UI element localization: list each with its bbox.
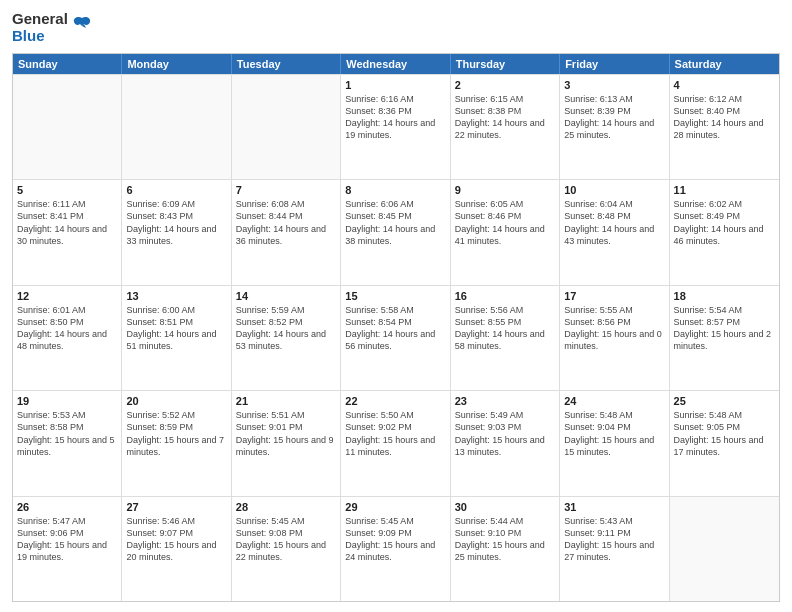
day-info: Sunrise: 5:51 AM Sunset: 9:01 PM Dayligh… <box>236 409 336 458</box>
day-info: Sunrise: 6:01 AM Sunset: 8:50 PM Dayligh… <box>17 304 117 353</box>
day-number: 3 <box>564 78 664 92</box>
day-number: 4 <box>674 78 775 92</box>
logo-general: General <box>12 10 68 27</box>
day-number: 31 <box>564 500 664 514</box>
logo-blue: Blue <box>12 27 68 44</box>
calendar: Sunday Monday Tuesday Wednesday Thursday… <box>12 53 780 603</box>
calendar-cell-5-3: 28Sunrise: 5:45 AM Sunset: 9:08 PM Dayli… <box>232 497 341 602</box>
calendar-cell-2-7: 11Sunrise: 6:02 AM Sunset: 8:49 PM Dayli… <box>670 180 779 285</box>
calendar-week-3: 12Sunrise: 6:01 AM Sunset: 8:50 PM Dayli… <box>13 285 779 391</box>
day-number: 30 <box>455 500 555 514</box>
calendar-body: 1Sunrise: 6:16 AM Sunset: 8:36 PM Daylig… <box>13 74 779 602</box>
calendar-week-1: 1Sunrise: 6:16 AM Sunset: 8:36 PM Daylig… <box>13 74 779 180</box>
day-number: 27 <box>126 500 226 514</box>
day-info: Sunrise: 5:55 AM Sunset: 8:56 PM Dayligh… <box>564 304 664 353</box>
calendar-cell-1-3 <box>232 75 341 180</box>
calendar-week-5: 26Sunrise: 5:47 AM Sunset: 9:06 PM Dayli… <box>13 496 779 602</box>
day-info: Sunrise: 5:46 AM Sunset: 9:07 PM Dayligh… <box>126 515 226 564</box>
header-wednesday: Wednesday <box>341 54 450 74</box>
day-number: 1 <box>345 78 445 92</box>
day-number: 16 <box>455 289 555 303</box>
calendar-cell-4-3: 21Sunrise: 5:51 AM Sunset: 9:01 PM Dayli… <box>232 391 341 496</box>
day-info: Sunrise: 5:44 AM Sunset: 9:10 PM Dayligh… <box>455 515 555 564</box>
header: General Blue <box>12 10 780 45</box>
logo: General Blue <box>12 10 93 45</box>
calendar-cell-5-1: 26Sunrise: 5:47 AM Sunset: 9:06 PM Dayli… <box>13 497 122 602</box>
calendar-cell-3-7: 18Sunrise: 5:54 AM Sunset: 8:57 PM Dayli… <box>670 286 779 391</box>
calendar-cell-1-4: 1Sunrise: 6:16 AM Sunset: 8:36 PM Daylig… <box>341 75 450 180</box>
day-number: 28 <box>236 500 336 514</box>
day-info: Sunrise: 6:16 AM Sunset: 8:36 PM Dayligh… <box>345 93 445 142</box>
calendar-cell-3-4: 15Sunrise: 5:58 AM Sunset: 8:54 PM Dayli… <box>341 286 450 391</box>
day-info: Sunrise: 5:54 AM Sunset: 8:57 PM Dayligh… <box>674 304 775 353</box>
day-number: 14 <box>236 289 336 303</box>
calendar-cell-5-6: 31Sunrise: 5:43 AM Sunset: 9:11 PM Dayli… <box>560 497 669 602</box>
day-number: 15 <box>345 289 445 303</box>
day-number: 17 <box>564 289 664 303</box>
day-number: 24 <box>564 394 664 408</box>
day-info: Sunrise: 6:11 AM Sunset: 8:41 PM Dayligh… <box>17 198 117 247</box>
calendar-cell-4-4: 22Sunrise: 5:50 AM Sunset: 9:02 PM Dayli… <box>341 391 450 496</box>
calendar-cell-3-3: 14Sunrise: 5:59 AM Sunset: 8:52 PM Dayli… <box>232 286 341 391</box>
header-monday: Monday <box>122 54 231 74</box>
day-info: Sunrise: 5:53 AM Sunset: 8:58 PM Dayligh… <box>17 409 117 458</box>
calendar-cell-1-6: 3Sunrise: 6:13 AM Sunset: 8:39 PM Daylig… <box>560 75 669 180</box>
day-info: Sunrise: 5:49 AM Sunset: 9:03 PM Dayligh… <box>455 409 555 458</box>
day-number: 6 <box>126 183 226 197</box>
day-info: Sunrise: 5:48 AM Sunset: 9:04 PM Dayligh… <box>564 409 664 458</box>
calendar-cell-4-6: 24Sunrise: 5:48 AM Sunset: 9:04 PM Dayli… <box>560 391 669 496</box>
calendar-week-4: 19Sunrise: 5:53 AM Sunset: 8:58 PM Dayli… <box>13 390 779 496</box>
calendar-cell-2-1: 5Sunrise: 6:11 AM Sunset: 8:41 PM Daylig… <box>13 180 122 285</box>
calendar-cell-3-6: 17Sunrise: 5:55 AM Sunset: 8:56 PM Dayli… <box>560 286 669 391</box>
logo-bird-icon <box>71 14 93 40</box>
calendar-cell-1-2 <box>122 75 231 180</box>
day-info: Sunrise: 5:52 AM Sunset: 8:59 PM Dayligh… <box>126 409 226 458</box>
calendar-week-2: 5Sunrise: 6:11 AM Sunset: 8:41 PM Daylig… <box>13 179 779 285</box>
day-info: Sunrise: 5:59 AM Sunset: 8:52 PM Dayligh… <box>236 304 336 353</box>
calendar-cell-3-5: 16Sunrise: 5:56 AM Sunset: 8:55 PM Dayli… <box>451 286 560 391</box>
day-info: Sunrise: 6:08 AM Sunset: 8:44 PM Dayligh… <box>236 198 336 247</box>
day-number: 22 <box>345 394 445 408</box>
day-info: Sunrise: 6:09 AM Sunset: 8:43 PM Dayligh… <box>126 198 226 247</box>
calendar-cell-2-5: 9Sunrise: 6:05 AM Sunset: 8:46 PM Daylig… <box>451 180 560 285</box>
logo-text: General Blue <box>12 10 68 45</box>
day-number: 26 <box>17 500 117 514</box>
calendar-cell-5-2: 27Sunrise: 5:46 AM Sunset: 9:07 PM Dayli… <box>122 497 231 602</box>
calendar-cell-2-2: 6Sunrise: 6:09 AM Sunset: 8:43 PM Daylig… <box>122 180 231 285</box>
day-info: Sunrise: 5:56 AM Sunset: 8:55 PM Dayligh… <box>455 304 555 353</box>
calendar-cell-1-1 <box>13 75 122 180</box>
day-info: Sunrise: 6:12 AM Sunset: 8:40 PM Dayligh… <box>674 93 775 142</box>
header-friday: Friday <box>560 54 669 74</box>
day-number: 11 <box>674 183 775 197</box>
day-number: 10 <box>564 183 664 197</box>
calendar-cell-3-2: 13Sunrise: 6:00 AM Sunset: 8:51 PM Dayli… <box>122 286 231 391</box>
header-thursday: Thursday <box>451 54 560 74</box>
calendar-cell-1-5: 2Sunrise: 6:15 AM Sunset: 8:38 PM Daylig… <box>451 75 560 180</box>
day-number: 23 <box>455 394 555 408</box>
day-info: Sunrise: 6:00 AM Sunset: 8:51 PM Dayligh… <box>126 304 226 353</box>
day-number: 25 <box>674 394 775 408</box>
calendar-header: Sunday Monday Tuesday Wednesday Thursday… <box>13 54 779 74</box>
day-info: Sunrise: 5:58 AM Sunset: 8:54 PM Dayligh… <box>345 304 445 353</box>
calendar-cell-4-5: 23Sunrise: 5:49 AM Sunset: 9:03 PM Dayli… <box>451 391 560 496</box>
calendar-cell-5-4: 29Sunrise: 5:45 AM Sunset: 9:09 PM Dayli… <box>341 497 450 602</box>
day-info: Sunrise: 6:06 AM Sunset: 8:45 PM Dayligh… <box>345 198 445 247</box>
day-number: 2 <box>455 78 555 92</box>
day-number: 18 <box>674 289 775 303</box>
day-number: 13 <box>126 289 226 303</box>
day-number: 5 <box>17 183 117 197</box>
day-info: Sunrise: 6:13 AM Sunset: 8:39 PM Dayligh… <box>564 93 664 142</box>
calendar-cell-2-3: 7Sunrise: 6:08 AM Sunset: 8:44 PM Daylig… <box>232 180 341 285</box>
day-info: Sunrise: 6:02 AM Sunset: 8:49 PM Dayligh… <box>674 198 775 247</box>
header-sunday: Sunday <box>13 54 122 74</box>
day-number: 29 <box>345 500 445 514</box>
day-number: 8 <box>345 183 445 197</box>
day-number: 7 <box>236 183 336 197</box>
day-info: Sunrise: 6:15 AM Sunset: 8:38 PM Dayligh… <box>455 93 555 142</box>
calendar-cell-1-7: 4Sunrise: 6:12 AM Sunset: 8:40 PM Daylig… <box>670 75 779 180</box>
day-info: Sunrise: 5:48 AM Sunset: 9:05 PM Dayligh… <box>674 409 775 458</box>
day-number: 19 <box>17 394 117 408</box>
day-info: Sunrise: 5:45 AM Sunset: 9:08 PM Dayligh… <box>236 515 336 564</box>
calendar-cell-2-4: 8Sunrise: 6:06 AM Sunset: 8:45 PM Daylig… <box>341 180 450 285</box>
calendar-cell-4-2: 20Sunrise: 5:52 AM Sunset: 8:59 PM Dayli… <box>122 391 231 496</box>
